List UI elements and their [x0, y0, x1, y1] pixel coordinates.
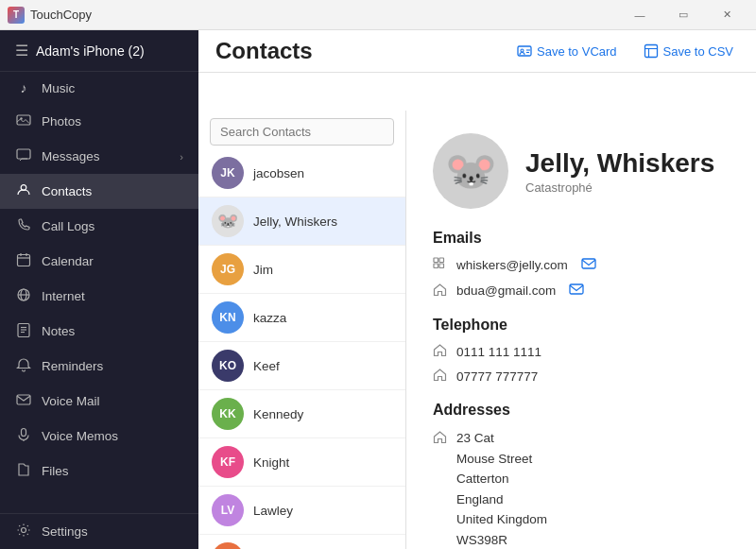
contact-item-keef[interactable]: KO Keef — [198, 342, 405, 390]
toolbar-buttons: Save to VCard Save to CSV — [509, 40, 741, 63]
home-icon-phone1 — [433, 343, 447, 360]
emails-title: Emails — [433, 230, 730, 247]
contact-item-kazza[interactable]: KN kazza — [198, 294, 405, 342]
sidebar-item-calendar[interactable]: Calendar — [0, 244, 198, 279]
home-icon-address1 — [433, 430, 447, 447]
notes-icon — [15, 322, 32, 340]
telephone-section: Telephone 0111 111 1111 07777 777777 — [433, 317, 730, 385]
contact-item-kennedy[interactable]: KK Kennedy — [198, 390, 405, 438]
contact-item-jim[interactable]: JG Jim — [198, 246, 405, 294]
address-line-2: Mouse Street — [456, 449, 547, 470]
phone-row-1: 0111 111 1111 — [433, 343, 730, 360]
vcard-icon — [517, 43, 532, 60]
telephone-title: Telephone — [433, 317, 730, 334]
search-input[interactable] — [210, 118, 394, 146]
addresses-title: Addresses — [433, 402, 730, 419]
window-controls: — ▭ ✕ — [618, 0, 748, 30]
contacts-panel: JK jacobsen 🐭 Jelly, Whiskers JG Jim KN … — [198, 111, 406, 549]
reminders-icon — [15, 357, 32, 375]
sidebar-item-internet[interactable]: Internet — [0, 279, 198, 314]
right-inner: JK jacobsen 🐭 Jelly, Whiskers JG Jim KN … — [198, 73, 756, 549]
address-line-6: WS398R — [456, 530, 547, 549]
calendar-icon — [15, 252, 32, 270]
sidebar-label-voice-memos: Voice Memos — [42, 429, 118, 443]
email-value-2: bdua@gmail.com — [456, 283, 556, 298]
contacts-icon — [15, 182, 32, 200]
save-csv-button[interactable]: Save to CSV — [636, 40, 741, 63]
detail-name-block: Jelly, Whiskers Catastrophé — [525, 148, 714, 195]
svg-point-20 — [521, 49, 524, 52]
detail-name: Jelly, Whiskers — [525, 148, 714, 179]
internet-icon — [15, 287, 32, 305]
email-link-icon-2[interactable] — [569, 282, 584, 300]
svg-rect-4 — [18, 255, 30, 266]
files-icon — [15, 462, 32, 480]
app-icon: T — [8, 7, 25, 24]
avatar-keef: KO — [212, 350, 244, 382]
sidebar-item-contacts[interactable]: Contacts — [0, 174, 198, 209]
detail-panel: 🐭 Jelly, Whiskers Catastrophé Emails whi… — [406, 111, 756, 549]
contact-item-leathen[interactable]: LH Leathen — [198, 535, 405, 549]
close-button[interactable]: ✕ — [705, 0, 748, 30]
address-line-3: Catterton — [456, 469, 547, 489]
minimize-button[interactable]: — — [618, 0, 662, 30]
save-vcard-label: Save to VCard — [537, 44, 617, 59]
contact-name-jacobsen: jacobsen — [253, 166, 304, 180]
avatar-jacobsen: JK — [212, 157, 244, 189]
phone-value-2: 07777 777777 — [456, 369, 538, 384]
sidebar-item-settings[interactable]: Settings — [0, 514, 198, 549]
address-line-4: England — [456, 489, 547, 510]
sidebar-label-music: Music — [42, 81, 75, 95]
sidebar-item-voice-memos[interactable]: Voice Memos — [0, 419, 198, 454]
hamburger-icon[interactable]: ☰ — [15, 42, 28, 60]
detail-avatar: 🐭 — [433, 133, 508, 209]
contact-name-kennedy: Kennedy — [253, 407, 303, 421]
sidebar-item-files[interactable]: Files — [0, 454, 198, 489]
photos-icon — [15, 112, 32, 130]
email-value-1: whiskers@jelly.com — [456, 258, 568, 272]
avatar-kazza: KN — [212, 301, 244, 334]
svg-rect-28 — [434, 264, 438, 268]
avatar-knight: KF — [212, 446, 244, 478]
app-name: TouchCopy — [30, 8, 92, 22]
sidebar-label-notes: Notes — [42, 324, 75, 338]
contact-name-jelly-whiskers: Jelly, Whiskers — [253, 214, 337, 229]
contact-item-jelly-whiskers[interactable]: 🐭 Jelly, Whiskers — [198, 197, 405, 246]
avatar-jelly-whiskers: 🐭 — [212, 205, 244, 237]
svg-rect-26 — [434, 258, 438, 263]
sidebar-label-reminders: Reminders — [42, 359, 103, 373]
voice-mail-icon — [15, 392, 32, 410]
contact-name-knight: Knight — [253, 455, 289, 470]
grid-icon — [433, 257, 447, 274]
contact-name-kazza: kazza — [253, 311, 286, 325]
title-bar: T TouchCopy — ▭ ✕ — [0, 0, 756, 30]
sidebar-item-music[interactable]: ♪ Music — [0, 72, 198, 104]
contact-item-lawley[interactable]: LV Lawley — [198, 487, 405, 535]
emails-section: Emails whiskers@jelly.com — [433, 230, 730, 300]
sidebar-label-internet: Internet — [42, 289, 85, 303]
sidebar-item-voice-mail[interactable]: Voice Mail — [0, 384, 198, 419]
sidebar-label-files: Files — [42, 464, 69, 478]
contact-item-jacobsen[interactable]: JK jacobsen — [198, 149, 405, 197]
messages-chevron-icon: › — [180, 151, 183, 163]
svg-rect-15 — [17, 395, 30, 404]
save-vcard-button[interactable]: Save to VCard — [509, 40, 625, 63]
sidebar-label-contacts: Contacts — [42, 184, 92, 198]
email-link-icon-1[interactable] — [581, 256, 596, 274]
sidebar-item-call-logs[interactable]: Call Logs — [0, 209, 198, 244]
right-wrapper: Contacts Save to VCard Save to CSV — [198, 30, 756, 549]
sidebar-item-photos[interactable]: Photos — [0, 104, 198, 139]
contacts-title: Contacts — [215, 38, 313, 64]
messages-icon — [15, 147, 32, 165]
svg-point-18 — [22, 528, 26, 533]
contact-item-knight[interactable]: KF Knight — [198, 438, 405, 487]
sidebar-item-notes[interactable]: Notes — [0, 314, 198, 349]
svg-rect-23 — [644, 45, 657, 58]
maximize-button[interactable]: ▭ — [662, 0, 705, 30]
sidebar-label-voice-mail: Voice Mail — [42, 394, 100, 408]
addresses-section: Addresses 23 Cat Mouse Street Catterton … — [433, 402, 730, 549]
sidebar-item-messages[interactable]: Messages › — [0, 139, 198, 174]
avatar-jim: JG — [212, 253, 244, 285]
sidebar-item-reminders[interactable]: Reminders — [0, 349, 198, 384]
home-icon-email2 — [433, 283, 447, 300]
